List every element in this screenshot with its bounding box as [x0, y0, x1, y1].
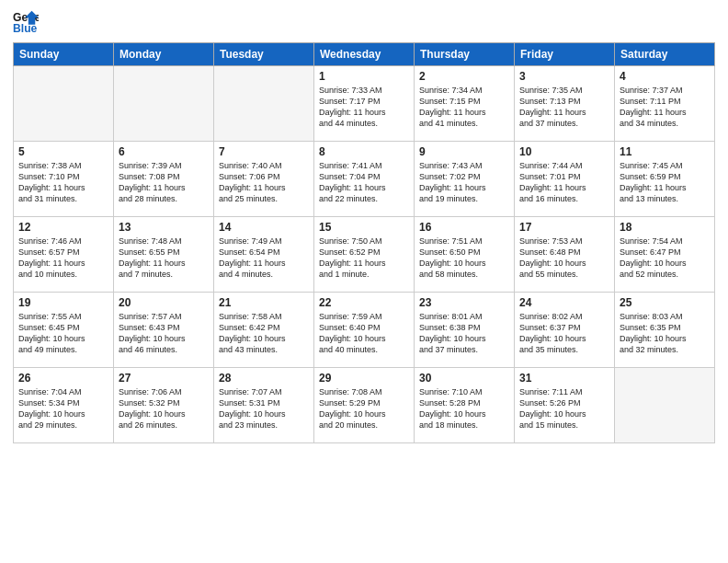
calendar-cell: 13Sunrise: 7:48 AM Sunset: 6:55 PM Dayli…: [114, 217, 214, 293]
calendar-week-3: 12Sunrise: 7:46 AM Sunset: 6:57 PM Dayli…: [14, 217, 715, 293]
cell-details: Sunrise: 7:11 AM Sunset: 5:26 PM Dayligh…: [519, 386, 609, 431]
page: General Blue SundayMondayTuesdayWednesda…: [0, 0, 728, 563]
calendar-cell: 19Sunrise: 7:55 AM Sunset: 6:45 PM Dayli…: [14, 293, 114, 368]
logo-icon: General Blue: [13, 9, 39, 35]
weekday-header-friday: Friday: [515, 43, 615, 66]
weekday-header-saturday: Saturday: [615, 43, 715, 66]
calendar-cell: 10Sunrise: 7:44 AM Sunset: 7:01 PM Dayli…: [515, 142, 615, 217]
day-number: 14: [219, 221, 309, 234]
day-number: 16: [419, 221, 509, 234]
day-number: 3: [519, 70, 609, 83]
calendar-cell: 1Sunrise: 7:33 AM Sunset: 7:17 PM Daylig…: [314, 66, 415, 142]
cell-details: Sunrise: 7:06 AM Sunset: 5:32 PM Dayligh…: [119, 386, 209, 431]
cell-details: Sunrise: 7:07 AM Sunset: 5:31 PM Dayligh…: [219, 386, 309, 431]
day-number: 19: [18, 296, 108, 309]
cell-details: Sunrise: 7:33 AM Sunset: 7:17 PM Dayligh…: [319, 85, 409, 130]
calendar-cell: 30Sunrise: 7:10 AM Sunset: 5:28 PM Dayli…: [415, 368, 515, 443]
calendar-cell: [214, 66, 314, 142]
calendar-cell: 12Sunrise: 7:46 AM Sunset: 6:57 PM Dayli…: [14, 217, 114, 293]
calendar-cell: 8Sunrise: 7:41 AM Sunset: 7:04 PM Daylig…: [314, 142, 415, 217]
cell-details: Sunrise: 7:58 AM Sunset: 6:42 PM Dayligh…: [219, 311, 309, 356]
weekday-header-sunday: Sunday: [14, 43, 114, 66]
calendar-cell: 24Sunrise: 8:02 AM Sunset: 6:37 PM Dayli…: [515, 293, 615, 368]
calendar-week-5: 26Sunrise: 7:04 AM Sunset: 5:34 PM Dayli…: [14, 368, 715, 443]
cell-details: Sunrise: 7:45 AM Sunset: 6:59 PM Dayligh…: [620, 160, 710, 205]
cell-details: Sunrise: 7:39 AM Sunset: 7:08 PM Dayligh…: [119, 160, 209, 205]
calendar-cell: 14Sunrise: 7:49 AM Sunset: 6:54 PM Dayli…: [214, 217, 314, 293]
cell-details: Sunrise: 7:51 AM Sunset: 6:50 PM Dayligh…: [419, 236, 509, 281]
cell-details: Sunrise: 7:59 AM Sunset: 6:40 PM Dayligh…: [319, 311, 409, 356]
calendar-cell: 27Sunrise: 7:06 AM Sunset: 5:32 PM Dayli…: [114, 368, 214, 443]
day-number: 4: [620, 70, 710, 83]
calendar-cell: 28Sunrise: 7:07 AM Sunset: 5:31 PM Dayli…: [214, 368, 314, 443]
day-number: 13: [119, 221, 209, 234]
day-number: 22: [319, 296, 409, 309]
calendar-cell: 29Sunrise: 7:08 AM Sunset: 5:29 PM Dayli…: [314, 368, 415, 443]
calendar-cell: 2Sunrise: 7:34 AM Sunset: 7:15 PM Daylig…: [415, 66, 515, 142]
calendar-cell: 6Sunrise: 7:39 AM Sunset: 7:08 PM Daylig…: [114, 142, 214, 217]
day-number: 31: [519, 372, 609, 385]
weekday-header-thursday: Thursday: [415, 43, 515, 66]
calendar-cell: 3Sunrise: 7:35 AM Sunset: 7:13 PM Daylig…: [515, 66, 615, 142]
cell-details: Sunrise: 8:01 AM Sunset: 6:38 PM Dayligh…: [419, 311, 509, 356]
day-number: 17: [519, 221, 609, 234]
day-number: 2: [419, 70, 509, 83]
cell-details: Sunrise: 7:55 AM Sunset: 6:45 PM Dayligh…: [18, 311, 108, 356]
day-number: 1: [319, 70, 409, 83]
cell-details: Sunrise: 7:44 AM Sunset: 7:01 PM Dayligh…: [519, 160, 609, 205]
calendar-cell: 9Sunrise: 7:43 AM Sunset: 7:02 PM Daylig…: [415, 142, 515, 217]
cell-details: Sunrise: 7:50 AM Sunset: 6:52 PM Dayligh…: [319, 236, 409, 281]
day-number: 30: [419, 372, 509, 385]
cell-details: Sunrise: 7:34 AM Sunset: 7:15 PM Dayligh…: [419, 85, 509, 130]
calendar-week-2: 5Sunrise: 7:38 AM Sunset: 7:10 PM Daylig…: [14, 142, 715, 217]
cell-details: Sunrise: 7:53 AM Sunset: 6:48 PM Dayligh…: [519, 236, 609, 281]
day-number: 7: [219, 145, 309, 158]
cell-details: Sunrise: 7:10 AM Sunset: 5:28 PM Dayligh…: [419, 386, 509, 431]
day-number: 6: [119, 145, 209, 158]
cell-details: Sunrise: 7:38 AM Sunset: 7:10 PM Dayligh…: [18, 160, 108, 205]
day-number: 9: [419, 145, 509, 158]
weekday-header-monday: Monday: [114, 43, 214, 66]
day-number: 21: [219, 296, 309, 309]
day-number: 12: [18, 221, 108, 234]
cell-details: Sunrise: 7:35 AM Sunset: 7:13 PM Dayligh…: [519, 85, 609, 130]
day-number: 24: [519, 296, 609, 309]
day-number: 26: [18, 372, 108, 385]
weekday-header-wednesday: Wednesday: [314, 43, 415, 66]
calendar-cell: 7Sunrise: 7:40 AM Sunset: 7:06 PM Daylig…: [214, 142, 314, 217]
calendar-cell: 20Sunrise: 7:57 AM Sunset: 6:43 PM Dayli…: [114, 293, 214, 368]
cell-details: Sunrise: 7:49 AM Sunset: 6:54 PM Dayligh…: [219, 236, 309, 281]
day-number: 20: [119, 296, 209, 309]
cell-details: Sunrise: 7:57 AM Sunset: 6:43 PM Dayligh…: [119, 311, 209, 356]
calendar-cell: 21Sunrise: 7:58 AM Sunset: 6:42 PM Dayli…: [214, 293, 314, 368]
calendar-week-4: 19Sunrise: 7:55 AM Sunset: 6:45 PM Dayli…: [14, 293, 715, 368]
day-number: 25: [620, 296, 710, 309]
calendar-cell: 22Sunrise: 7:59 AM Sunset: 6:40 PM Dayli…: [314, 293, 415, 368]
cell-details: Sunrise: 7:54 AM Sunset: 6:47 PM Dayligh…: [620, 236, 710, 281]
calendar-cell: 26Sunrise: 7:04 AM Sunset: 5:34 PM Dayli…: [14, 368, 114, 443]
cell-details: Sunrise: 7:43 AM Sunset: 7:02 PM Dayligh…: [419, 160, 509, 205]
calendar: SundayMondayTuesdayWednesdayThursdayFrid…: [13, 42, 715, 443]
cell-details: Sunrise: 7:08 AM Sunset: 5:29 PM Dayligh…: [319, 386, 409, 431]
day-number: 8: [319, 145, 409, 158]
calendar-cell: 4Sunrise: 7:37 AM Sunset: 7:11 PM Daylig…: [615, 66, 715, 142]
calendar-cell: [615, 368, 715, 443]
weekday-header-tuesday: Tuesday: [214, 43, 314, 66]
header: General Blue: [13, 9, 715, 35]
cell-details: Sunrise: 7:37 AM Sunset: 7:11 PM Dayligh…: [620, 85, 710, 130]
day-number: 27: [119, 372, 209, 385]
calendar-cell: 25Sunrise: 8:03 AM Sunset: 6:35 PM Dayli…: [615, 293, 715, 368]
day-number: 5: [18, 145, 108, 158]
calendar-cell: 18Sunrise: 7:54 AM Sunset: 6:47 PM Dayli…: [615, 217, 715, 293]
cell-details: Sunrise: 8:03 AM Sunset: 6:35 PM Dayligh…: [620, 311, 710, 356]
cell-details: Sunrise: 7:48 AM Sunset: 6:55 PM Dayligh…: [119, 236, 209, 281]
day-number: 10: [519, 145, 609, 158]
day-number: 18: [620, 221, 710, 234]
cell-details: Sunrise: 8:02 AM Sunset: 6:37 PM Dayligh…: [519, 311, 609, 356]
day-number: 11: [620, 145, 710, 158]
logo: General Blue: [13, 9, 39, 35]
calendar-cell: [14, 66, 114, 142]
cell-details: Sunrise: 7:46 AM Sunset: 6:57 PM Dayligh…: [18, 236, 108, 281]
calendar-cell: 5Sunrise: 7:38 AM Sunset: 7:10 PM Daylig…: [14, 142, 114, 217]
day-number: 15: [319, 221, 409, 234]
